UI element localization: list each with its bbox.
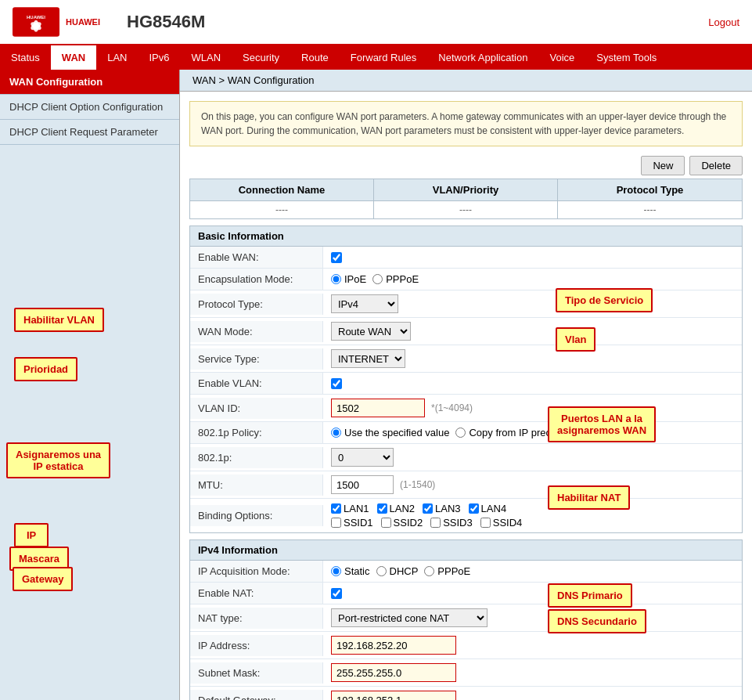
nav-voice[interactable]: Voice — [538, 45, 585, 70]
basic-info-title: Basic Information — [190, 226, 742, 247]
mtu-input[interactable] — [331, 475, 394, 494]
enable-nat-row: Enable NAT: — [190, 583, 742, 604]
ip-acquisition-value: Static DHCP PPPoE — [323, 561, 742, 581]
binding-options-value: LAN1 LAN2 LAN3 LAN4 SSID1 SSID2 SSID3 SS… — [323, 499, 742, 532]
nav-network-app[interactable]: Network Application — [427, 45, 538, 70]
subnet-mask-row: Subnet Mask: — [190, 659, 742, 687]
default-gateway-label: Default Gateway: — [190, 690, 323, 701]
default-gateway-row: Default Gateway: — [190, 687, 742, 700]
static-option[interactable]: Static — [331, 565, 370, 577]
binding-options-row: Binding Options: LAN1 LAN2 LAN3 LAN4 SSI… — [190, 499, 742, 532]
copy-from-ip-option[interactable]: Copy from IP precedence — [455, 427, 584, 438]
nat-type-row: NAT type: Port-restricted cone NAT Full … — [190, 604, 742, 632]
vlan-id-input[interactable] — [331, 399, 425, 417]
svg-text:HUAWEI: HUAWEI — [27, 15, 45, 20]
protocol-type-select[interactable]: IPv4 IPv6 IPv4/IPv6 — [331, 294, 398, 313]
device-name: HG8546M — [127, 12, 205, 32]
8021p-select[interactable]: 0123 4567 — [331, 448, 394, 467]
nav-system-tools[interactable]: System Tools — [585, 45, 667, 70]
sub-col-2: ---- — [374, 201, 558, 218]
table-header: Connection Name VLAN/Priority Protocol T… — [189, 179, 743, 201]
col-connection-name: Connection Name — [190, 179, 374, 200]
policy-8021p-row: 802.1p Policy: Use the specified value C… — [190, 422, 742, 444]
nav-ipv6[interactable]: IPv6 — [139, 45, 181, 70]
toolbar: New Delete — [189, 156, 743, 175]
sidebar-dhcp-request[interactable]: DHCP Client Request Parameter — [0, 120, 179, 145]
8021p-row: 802.1p: 0123 4567 — [190, 444, 742, 471]
delete-button[interactable]: Delete — [689, 156, 743, 175]
ssid3-option[interactable]: SSID3 — [430, 517, 473, 529]
lan4-option[interactable]: LAN4 — [469, 503, 507, 514]
wan-mode-value: Route WAN Bridge WAN — [323, 318, 742, 345]
table-sub-row: ---- ---- ---- — [189, 201, 743, 219]
encapsulation-row: Encapsulation Mode: IPoE PPPoE — [190, 269, 742, 290]
mtu-label: MTU: — [190, 474, 323, 496]
nat-type-value: Port-restricted cone NAT Full cone NAT — [323, 604, 742, 631]
encapsulation-label: Encapsulation Mode: — [190, 269, 323, 290]
service-type-row: Service Type: INTERNET OTHER TR069 VOIP — [190, 345, 742, 373]
ip-acquisition-label: IP Acquisition Mode: — [190, 561, 323, 582]
enable-vlan-row: Enable VLAN: — [190, 373, 742, 395]
use-specified-option[interactable]: Use the specified value — [331, 427, 449, 438]
policy-8021p-label: 802.1p Policy: — [190, 422, 323, 443]
vlan-id-value: *(1~4094) — [323, 395, 742, 421]
ssid2-option[interactable]: SSID2 — [381, 517, 423, 529]
enable-nat-value — [323, 584, 742, 603]
ipv4-info-section: IPv4 Information IP Acquisition Mode: St… — [189, 539, 743, 700]
enable-nat-label: Enable NAT: — [190, 583, 323, 604]
nav-wan[interactable]: WAN — [51, 45, 96, 70]
sidebar-wan-config[interactable]: WAN Configuration — [0, 70, 179, 95]
nav-wlan[interactable]: WLAN — [181, 45, 232, 70]
default-gateway-input[interactable] — [331, 691, 456, 700]
service-type-label: Service Type: — [190, 348, 323, 370]
binding-options-label: Binding Options: — [190, 505, 323, 526]
content-area: WAN > WAN Configuration On this page, yo… — [180, 70, 752, 700]
enable-vlan-checkbox[interactable] — [331, 378, 342, 389]
wan-mode-row: WAN Mode: Route WAN Bridge WAN — [190, 318, 742, 345]
enable-wan-row: Enable WAN: — [190, 247, 742, 269]
wan-mode-select[interactable]: Route WAN Bridge WAN — [331, 322, 411, 341]
sidebar-dhcp-option[interactable]: DHCP Client Option Configuration — [0, 95, 179, 120]
ipv4-info-title: IPv4 Information — [190, 540, 742, 561]
protocol-type-value: IPv4 IPv6 IPv4/IPv6 — [323, 290, 742, 317]
nav-lan[interactable]: LAN — [96, 45, 138, 70]
huawei-label: HUAWEI — [66, 17, 100, 27]
enable-wan-checkbox[interactable] — [331, 252, 342, 263]
nav-forward-rules[interactable]: Forward Rules — [340, 45, 428, 70]
encapsulation-value: IPoE PPPoE — [323, 269, 742, 289]
nat-type-select[interactable]: Port-restricted cone NAT Full cone NAT — [331, 608, 488, 627]
ssid1-option[interactable]: SSID1 — [331, 517, 373, 529]
ip-address-row: IP Address: — [190, 632, 742, 659]
pppoe-ip-option[interactable]: PPPoE — [424, 565, 470, 577]
binding-ssid-row: SSID1 SSID2 SSID3 SSID4 — [331, 517, 522, 529]
nav-bar: Status WAN LAN IPv6 WLAN Security Route … — [0, 45, 752, 70]
service-type-value: INTERNET OTHER TR069 VOIP — [323, 345, 742, 372]
nav-route[interactable]: Route — [290, 45, 340, 70]
ssid4-option[interactable]: SSID4 — [480, 517, 523, 529]
enable-vlan-value — [323, 374, 742, 393]
logout-button[interactable]: Logout — [708, 16, 739, 28]
subnet-mask-input[interactable] — [331, 663, 456, 682]
new-button[interactable]: New — [641, 156, 685, 175]
mtu-value: (1-1540) — [323, 471, 742, 498]
ipoE-option[interactable]: IPoE — [331, 273, 366, 285]
service-type-select[interactable]: INTERNET OTHER TR069 VOIP — [331, 349, 405, 368]
nat-type-label: NAT type: — [190, 608, 323, 629]
lan2-option[interactable]: LAN2 — [377, 503, 416, 514]
8021p-value: 0123 4567 — [323, 444, 742, 471]
lan3-option[interactable]: LAN3 — [423, 503, 461, 514]
mtu-row: MTU: (1-1540) — [190, 471, 742, 499]
pppoe-option[interactable]: PPPoE — [372, 273, 419, 285]
subnet-mask-value — [323, 659, 742, 686]
col-vlan-priority: VLAN/Priority — [374, 179, 558, 200]
ip-address-input[interactable] — [331, 636, 456, 655]
nav-status[interactable]: Status — [0, 45, 51, 70]
dhcp-option[interactable]: DHCP — [376, 565, 419, 577]
binding-lan-row: LAN1 LAN2 LAN3 LAN4 — [331, 503, 522, 514]
nav-security[interactable]: Security — [232, 45, 290, 70]
protocol-type-row: Protocol Type: IPv4 IPv6 IPv4/IPv6 — [190, 290, 742, 318]
enable-nat-checkbox[interactable] — [331, 588, 342, 599]
lan1-option[interactable]: LAN1 — [331, 503, 369, 514]
ip-acquisition-row: IP Acquisition Mode: Static DHCP PPPoE — [190, 561, 742, 583]
mtu-hint: (1-1540) — [400, 479, 435, 490]
